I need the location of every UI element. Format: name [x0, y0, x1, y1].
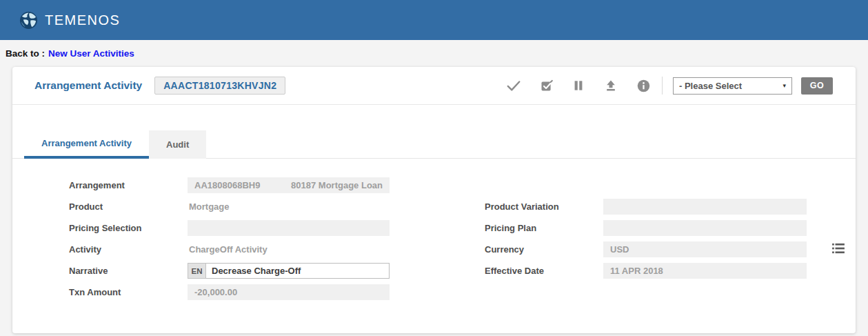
form-column-right: Product Variation Pricing Plan Currency … — [485, 199, 807, 284]
action-select-value: - Please Select — [679, 81, 783, 91]
field-currency: Currency USD — [485, 241, 807, 257]
field-product-variation: Product Variation — [485, 199, 807, 215]
field-pricing-selection: Pricing Selection — [69, 220, 390, 236]
action-select[interactable]: - Please Select ▾ — [673, 77, 792, 95]
record-id-badge: AAACT1810713KHVJN2 — [154, 77, 285, 95]
field-effective-date: Effective Date 11 APR 2018 — [485, 263, 807, 279]
breadcrumb: Back to : New User Activities — [0, 40, 868, 67]
commit-check-icon[interactable] — [506, 78, 521, 93]
tab-audit[interactable]: Audit — [149, 130, 206, 159]
field-label: Product Variation — [485, 201, 603, 212]
field-label: Activity — [69, 244, 188, 255]
field-label: Narrative — [69, 266, 188, 276]
language-badge: EN — [188, 263, 206, 279]
field-label: Product — [69, 201, 188, 212]
go-button[interactable]: GO — [801, 77, 833, 95]
back-to-label: Back to : — [6, 48, 45, 59]
field-arrangement: Arrangement AA1808068BH9 80187 Mortgage … — [69, 177, 390, 193]
toolbar-separator — [662, 77, 663, 95]
field-value-box — [188, 220, 390, 236]
field-value-box: -20,000.00 — [188, 284, 390, 300]
form-area: Arrangement AA1808068BH9 80187 Mortgage … — [12, 177, 856, 326]
globe-icon — [19, 11, 38, 30]
field-txn-amount: Txn Amount -20,000.00 — [69, 284, 390, 300]
field-value-box: AA1808068BH9 80187 Mortgage Loan — [188, 177, 390, 193]
field-activity: Activity ChargeOff Activity — [69, 241, 390, 257]
page-title: Arrangement Activity — [34, 79, 142, 92]
field-label: Pricing Selection — [69, 223, 188, 233]
chevron-down-icon: ▾ — [783, 82, 786, 89]
field-narrative: Narrative EN — [69, 263, 390, 279]
field-pricing-plan: Pricing Plan — [485, 220, 807, 236]
list-icon[interactable] — [832, 243, 845, 254]
field-value: AA1808068BH9 — [194, 177, 260, 193]
field-label: Pricing Plan — [485, 223, 603, 233]
app-header: TEMENOS — [0, 0, 868, 40]
tabs-row: Arrangement Activity Audit — [12, 130, 856, 159]
field-product: Product Mortgage — [69, 199, 390, 215]
field-label: Arrangement — [69, 180, 188, 190]
field-label: Txn Amount — [69, 287, 188, 297]
field-label: Currency — [485, 244, 603, 255]
narrative-input[interactable] — [206, 263, 390, 279]
field-value-box — [603, 199, 807, 215]
info-icon[interactable] — [636, 78, 651, 93]
toolbar: - Please Select ▾ GO — [489, 77, 833, 95]
field-value: 11 APR 2018 — [610, 263, 663, 279]
title-row: Arrangement Activity AAACT1810713KHVJN2 — [12, 67, 856, 105]
field-value-box — [603, 220, 807, 236]
field-value-box: USD — [603, 241, 807, 257]
field-value: USD — [610, 241, 629, 257]
validate-document-icon[interactable] — [538, 78, 554, 93]
field-value-secondary: 80187 Mortgage Loan — [291, 177, 383, 193]
field-value: Mortgage — [188, 199, 230, 215]
tab-arrangement-activity[interactable]: Arrangement Activity — [24, 130, 149, 159]
brand-name: TEMENOS — [45, 12, 120, 28]
field-value-box: 11 APR 2018 — [603, 263, 807, 279]
arrangement-activity-panel: Arrangement Activity AAACT1810713KHVJN2 — [12, 67, 856, 333]
field-value: -20,000.00 — [194, 284, 237, 300]
upload-icon[interactable] — [603, 78, 618, 93]
field-value: ChargeOff Activity — [188, 241, 268, 257]
field-label: Effective Date — [485, 266, 603, 276]
back-link-new-user-activities[interactable]: New User Activities — [48, 48, 134, 59]
form-column-left: Arrangement AA1808068BH9 80187 Mortgage … — [69, 177, 390, 306]
hold-pause-icon[interactable] — [571, 78, 586, 93]
